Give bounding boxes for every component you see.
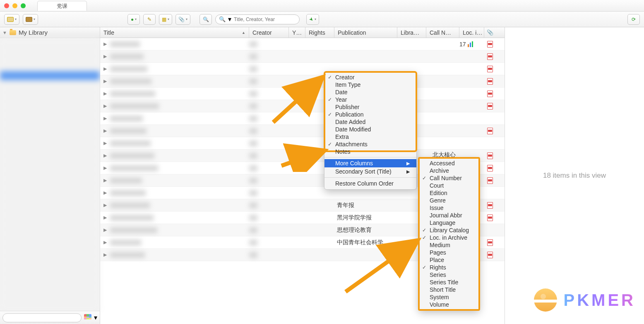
disclosure-triangle-icon[interactable]: ▶ [100,240,110,245]
column-toggle-item[interactable]: ✓Year [324,96,416,103]
column-toggle-item[interactable]: Edition [419,189,479,197]
disclosure-triangle-icon[interactable]: ▶ [100,165,110,171]
item-row[interactable]: ▶ [100,50,505,63]
zoom-window-button[interactable] [21,3,26,8]
quick-search[interactable]: 🔍▾ [215,14,300,24]
column-toggle-item[interactable]: System [419,293,479,301]
disclosure-triangle-icon[interactable]: ▶ [100,178,110,183]
new-item-button[interactable]: ●▾ [127,14,140,25]
new-collection-button[interactable]: ▾ [4,14,19,25]
item-details-pane: 18 items in this view [505,27,644,324]
library-header[interactable]: ▼ My Library [0,27,100,38]
menu-item-label: Notes [335,148,351,155]
tag-color-selector-icon[interactable] [84,314,91,322]
column-header-call-number[interactable]: Call N… [426,27,459,38]
column-toggle-item[interactable]: Issue [419,204,479,212]
column-toggle-item[interactable]: ✓Call Number [419,174,479,182]
column-toggle-item[interactable]: Accessed [419,160,479,167]
disclosure-triangle-icon[interactable]: ▶ [100,103,110,109]
column-toggle-item[interactable]: Medium [419,241,479,249]
new-note-button[interactable]: ▦▾ [159,14,172,25]
pdf-icon [487,177,493,184]
disclosure-triangle-icon[interactable]: ▶ [100,128,110,133]
disclosure-triangle-icon[interactable]: ▶ [100,91,110,96]
close-window-button[interactable] [4,3,9,8]
column-toggle-item[interactable]: Publisher [324,103,416,111]
column-toggle-item[interactable]: ✓Publication [324,111,416,118]
column-toggle-item[interactable]: ✓Attachments [324,141,416,148]
column-toggle-item[interactable]: Date Added [324,118,416,126]
pdf-icon [487,152,493,159]
item-row[interactable]: ▶ [100,63,505,75]
column-toggle-item[interactable]: Item Type [324,81,416,88]
cell-creator [249,202,289,208]
minimize-window-button[interactable] [12,3,17,8]
tag-menu-caret-icon[interactable]: ▾ [94,314,97,322]
disclosure-triangle-icon[interactable]: ▶ [100,202,110,208]
disclosure-triangle-icon[interactable]: ▶ [100,66,110,71]
column-picker-menu[interactable]: ✓CreatorItem TypeDate✓YearPublisher✓Publ… [324,71,417,190]
item-row[interactable]: ▶ [100,88,505,100]
item-row[interactable]: ▶ [100,137,505,150]
column-header-title[interactable]: Title▲ [100,27,249,38]
column-header-loc-in-archive[interactable]: Loc. i… [459,27,484,38]
disclosure-triangle-icon[interactable]: ▶ [100,54,110,59]
column-header-attachments[interactable]: 📎 [484,27,496,38]
column-toggle-item[interactable]: Genre [419,197,479,204]
item-row[interactable]: ▶ [100,100,505,112]
column-header-publication[interactable]: Publication [334,27,397,38]
disclosure-triangle-icon[interactable]: ▶ [100,116,110,121]
column-header-creator[interactable]: Creator [249,27,289,38]
menu-item-restore-column-order[interactable]: Restore Column Order [324,179,416,188]
disclosure-triangle-icon[interactable]: ▶ [100,227,110,233]
add-by-identifier-button[interactable]: ✎ [143,14,156,25]
column-toggle-item[interactable]: ✓Library Catalog [419,226,479,234]
column-toggle-item[interactable]: Short Title [419,286,479,293]
column-toggle-item[interactable]: Court [419,182,479,189]
column-toggle-item[interactable]: ✓Creator [324,74,416,81]
add-attachment-button[interactable]: 📎▾ [175,14,190,25]
more-columns-submenu[interactable]: AccessedArchive✓Call NumberCourtEditionG… [418,157,480,310]
item-row[interactable]: ▶ [100,75,505,88]
locate-button[interactable]: ➤▾ [306,14,319,25]
column-toggle-item[interactable]: Date [324,88,416,96]
quick-search-input[interactable] [234,17,296,22]
column-toggle-item[interactable]: Journal Abbr [419,212,479,219]
column-header-year[interactable]: Y… [289,27,305,38]
disclosure-triangle-icon[interactable]: ▶ [100,41,110,47]
collection-tab[interactable]: 党课 [37,1,87,11]
column-toggle-item[interactable]: ✓Loc. in Archive [419,234,479,241]
disclosure-triangle-icon[interactable]: ▶ [100,141,110,146]
column-toggle-item[interactable]: Archive [419,167,479,174]
disclosure-triangle-icon[interactable]: ▶ [100,215,110,220]
disclosure-triangle-icon[interactable]: ▶ [100,190,110,195]
column-toggle-item[interactable]: Notes [324,148,416,155]
column-toggle-item[interactable]: Extra [324,133,416,141]
new-group-button[interactable]: ▾ [23,14,38,25]
column-toggle-item[interactable]: Pages [419,249,479,256]
disclosure-triangle-icon[interactable]: ▶ [100,252,110,257]
menu-item-more-columns[interactable]: More Columns ▶ [324,159,416,167]
disclosure-triangle-icon[interactable]: ▶ [100,153,110,158]
column-toggle-item[interactable]: Place [419,256,479,264]
column-toggle-item[interactable]: ✓Rights [419,264,479,271]
menu-item-secondary-sort[interactable]: Secondary Sort (Title) ▶ [324,167,416,176]
column-toggle-item[interactable]: Language [419,219,479,226]
cell-creator [249,66,289,72]
column-toggle-item[interactable]: Series [419,271,479,279]
disclosure-triangle-icon[interactable]: ▶ [100,79,110,84]
column-toggle-item[interactable]: Volume [419,301,479,308]
column-header-library-catalog[interactable]: Libra… [397,27,426,38]
tag-filter-input[interactable] [2,313,82,322]
advanced-search-button[interactable]: 🔍 [199,14,212,25]
item-row[interactable]: ▶ [100,125,505,137]
column-toggle-item[interactable]: Series Title [419,279,479,286]
sync-button[interactable]: ⟳ [627,14,640,25]
disclosure-triangle-icon[interactable]: ▼ [2,30,7,35]
column-toggle-item[interactable]: Date Modified [324,126,416,133]
item-row[interactable]: ▶ [100,112,505,125]
item-row[interactable]: ▶ 17 [100,38,505,50]
column-header-rights[interactable]: Rights [305,27,334,38]
cell-creator [249,227,289,233]
search-mode-caret-icon[interactable]: ▾ [228,15,231,23]
